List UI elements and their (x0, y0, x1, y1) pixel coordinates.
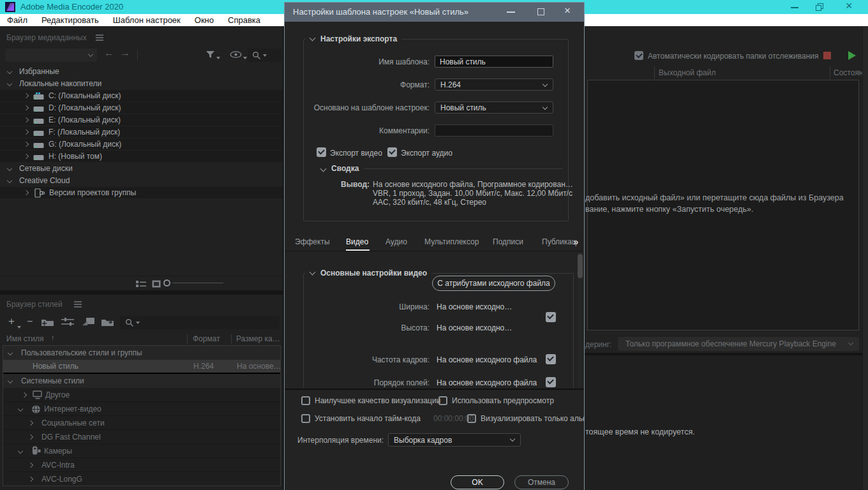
ok-button[interactable]: OK (451, 475, 504, 489)
chevron-down-icon (310, 35, 316, 41)
tab-captions[interactable]: Подписи (493, 237, 523, 246)
dialog-close-icon[interactable]: × (564, 4, 571, 17)
new-preset-group-icon[interactable] (41, 318, 54, 327)
dialog-minimize-icon[interactable] (507, 11, 515, 13)
column-name[interactable]: Имя стиля (6, 334, 43, 343)
back-icon[interactable]: ← (104, 47, 114, 59)
tree-item-local-drives[interactable]: Локальные накопители (0, 78, 283, 90)
preset-group-cameras[interactable]: Камеры (3, 444, 280, 458)
dialog-scrollbar-thumb[interactable] (578, 254, 583, 278)
menu-window[interactable]: Окно (188, 15, 221, 25)
tab-multiplexer[interactable]: Мультиплексор (424, 237, 479, 246)
sort-ascending-icon: ↑ (51, 334, 55, 341)
queue-scrollbar[interactable] (862, 26, 868, 490)
renderer-dropdown[interactable]: Только программное обеспечение Mercury P… (618, 337, 859, 351)
restore-button[interactable] (809, 0, 831, 14)
export-video-checkbox[interactable] (317, 147, 326, 157)
auto-encode-checkbox[interactable] (634, 51, 643, 60)
tree-item-drive-h[interactable]: H: (Новый том) (0, 151, 283, 163)
delete-preset-button[interactable]: − (27, 316, 33, 327)
panel-menu-icon[interactable] (74, 301, 82, 302)
preset-name-input[interactable] (435, 56, 553, 68)
thumbnail-view-icon[interactable] (152, 280, 161, 288)
column-output-file[interactable]: Выходной файл (659, 68, 716, 77)
preset-group-web-video[interactable]: Интернет-видео (3, 402, 280, 416)
column-format[interactable]: Формат (193, 334, 220, 343)
view-eye-icon[interactable] (230, 51, 242, 58)
adobe-media-encoder-window: Adobe Media Encoder 2020 × Файл Редактир… (0, 0, 868, 490)
set-timecode-checkbox[interactable] (301, 414, 310, 423)
dialog-scrollbar-track[interactable] (578, 253, 583, 387)
tree-item-drive-f[interactable]: F: (Локальный диск) (0, 126, 283, 138)
list-view-icon[interactable] (136, 280, 146, 288)
start-queue-button[interactable] (848, 51, 856, 60)
based-on-dropdown[interactable]: Новый стиль (435, 101, 553, 114)
preset-browser-title: Браузер стилей (6, 300, 63, 309)
menu-edit[interactable]: Редактировать (34, 15, 106, 25)
minimize-button[interactable] (784, 0, 805, 14)
match-field-order-checkbox[interactable] (546, 377, 556, 387)
match-source-button[interactable]: С атрибутами исходного файла (432, 276, 555, 291)
forward-icon[interactable]: → (120, 47, 130, 59)
menu-preset[interactable]: Шаблон настроек (106, 15, 188, 25)
preset-group-avc-intra[interactable]: AVC-Intra (3, 458, 280, 472)
preset-row-label: Системные стили (21, 376, 84, 385)
zoom-slider-handle[interactable] (163, 279, 170, 286)
alpha-only-checkbox[interactable] (467, 414, 476, 423)
media-search-field[interactable] (248, 48, 281, 62)
cancel-button[interactable]: Отмена (514, 475, 569, 489)
tab-video[interactable]: Видео (346, 237, 368, 246)
tree-item-drive-c[interactable]: C: (Локальный диск) (0, 90, 283, 102)
field-order-label: Порядок полей: (323, 378, 430, 387)
tree-item-drive-g[interactable]: G: (Локальный диск) (0, 138, 283, 151)
tab-publish[interactable]: Публикац (542, 237, 576, 246)
preset-group-user[interactable]: Пользовательские стили и группы (3, 346, 280, 360)
preset-search-field[interactable] (120, 316, 280, 329)
column-frame-size[interactable]: Размер ка… (236, 334, 280, 343)
export-preset-icon[interactable] (101, 318, 115, 327)
tree-item-label: D: (Локальный диск) (49, 103, 121, 112)
preset-group-other[interactable]: Другое (3, 388, 280, 402)
tree-item-label: Сетевые диски (19, 164, 73, 173)
preset-group-avc-longg[interactable]: AVC-LongG (3, 472, 280, 486)
dialog-maximize-icon[interactable] (537, 8, 544, 15)
preset-row-label: Другое (45, 390, 70, 399)
tree-item-creative-cloud[interactable]: Creative Cloud (0, 175, 283, 187)
format-dropdown[interactable]: H.264 (435, 78, 553, 91)
tree-item-network-drives[interactable]: Сетевые диски (0, 163, 283, 175)
use-previews-checkbox[interactable] (438, 396, 447, 405)
filter-icon[interactable] (206, 50, 215, 59)
tree-item-favorites[interactable]: Избранные (0, 66, 283, 78)
export-settings-header[interactable]: Настройки экспорта (306, 34, 401, 44)
best-quality-checkbox[interactable] (301, 396, 310, 405)
dialog-title: Настройки шаблона настроек «Новый стиль» (293, 7, 468, 17)
tree-item-drive-d[interactable]: D: (Локальный диск) (0, 102, 283, 114)
media-browser-panel: Браузер медиаданных ← → Избранные (0, 26, 283, 290)
menu-file[interactable]: Файл (0, 15, 34, 25)
zoom-slider-track[interactable] (172, 283, 223, 283)
interpolation-dropdown[interactable]: Выборка кадров (388, 433, 521, 447)
preset-group-dg-fast[interactable]: DG Fast Channel (3, 430, 280, 444)
close-button[interactable]: × (840, 0, 862, 14)
preset-row-new-style[interactable]: Новый стиль H.264 На основе… (3, 360, 280, 373)
preset-settings-icon[interactable] (61, 318, 75, 326)
match-dimensions-checkbox[interactable] (546, 312, 556, 322)
comments-input[interactable] (435, 124, 553, 137)
alpha-only-label: Визуализировать только альфа- (481, 414, 585, 423)
preset-group-system[interactable]: Системные стили (3, 374, 280, 388)
stop-queue-button[interactable] (823, 52, 831, 59)
tree-item-drive-e[interactable]: E: (Локальный диск) (0, 114, 283, 126)
media-path-dropdown[interactable] (5, 48, 97, 62)
panel-menu-icon[interactable] (96, 34, 103, 36)
add-preset-button[interactable]: + (8, 315, 15, 328)
export-audio-checkbox[interactable] (387, 147, 397, 157)
tree-item-team-projects[interactable]: Версии проектов группы (0, 187, 283, 199)
match-framerate-checkbox[interactable] (546, 354, 556, 364)
tab-audio[interactable]: Аудио (385, 237, 407, 246)
tabs-overflow-icon[interactable]: » (573, 236, 578, 247)
preset-group-social[interactable]: Социальные сети (3, 416, 280, 430)
basic-video-settings-header[interactable]: Основные настройки видео (306, 268, 431, 278)
menu-help[interactable]: Справка (221, 15, 267, 25)
apply-preset-icon[interactable] (82, 317, 95, 327)
tab-effects[interactable]: Эффекты (295, 237, 330, 246)
